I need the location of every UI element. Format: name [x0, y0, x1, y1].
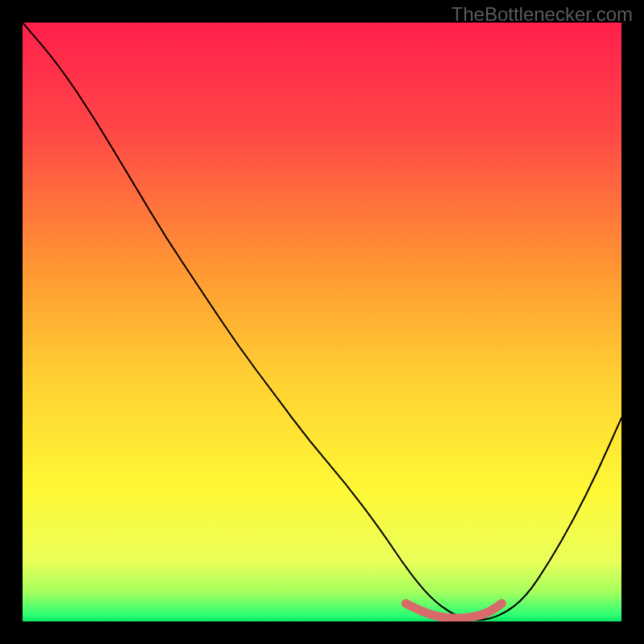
gradient-background — [23, 23, 621, 621]
chart-frame: TheBottlenecker.com — [0, 0, 644, 644]
plot-area — [23, 23, 621, 621]
chart-svg — [23, 23, 621, 621]
